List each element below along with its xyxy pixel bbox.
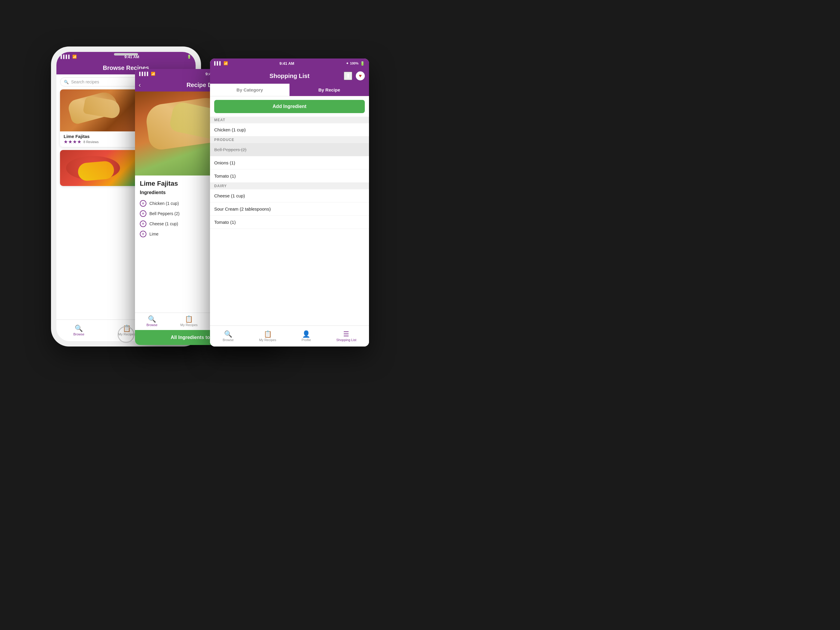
nav-profile-3[interactable]: 👤 Profile bbox=[302, 331, 311, 342]
add-ingredient-icon-2[interactable]: + bbox=[140, 210, 147, 217]
browse-label-3: Browse bbox=[223, 338, 234, 342]
battery-area-3: ✦ 100% 🔋 bbox=[346, 61, 365, 66]
shoppinglist-label-3: Shopping List bbox=[336, 338, 357, 342]
shopping-header: Shopping List ⬆ ♥ bbox=[210, 68, 369, 84]
battery-pct: 100% bbox=[350, 62, 358, 65]
signal-area-3: ▌▌▌ 📶 bbox=[214, 61, 228, 65]
nav-myrecipes-3[interactable]: 📋 My Recipes bbox=[259, 331, 276, 342]
item-bell-peppers[interactable]: Bell Peppers (2) bbox=[210, 143, 369, 156]
signal-icon: ▌▌▌▌ bbox=[61, 55, 71, 59]
browse-icon-2: 🔍 bbox=[148, 316, 156, 322]
item-sour-cream[interactable]: Sour Cream (2 tablespoons) bbox=[210, 202, 369, 216]
myrecipes-icon-2: 📋 bbox=[185, 316, 193, 322]
wifi-icon: 📶 bbox=[72, 55, 77, 59]
myrecipes-label-3: My Recipes bbox=[259, 338, 276, 342]
tab-by-category[interactable]: By Category bbox=[210, 84, 289, 96]
item-tomato-produce[interactable]: Tomato (1) bbox=[210, 169, 369, 183]
myrecipes-label-2: My Recipes bbox=[180, 323, 197, 327]
shopping-title: Shopping List bbox=[269, 73, 309, 79]
fajita-stars: ★★★★ bbox=[63, 139, 82, 145]
bluetooth-icon: ✦ bbox=[346, 62, 349, 65]
ingredient-text-2: Bell Peppers (2) bbox=[149, 211, 179, 216]
signal-area: ▌▌▌▌ 📶 bbox=[61, 55, 77, 59]
shopping-tabs: By Category By Recipe bbox=[210, 84, 369, 96]
back-button[interactable]: ‹ bbox=[139, 81, 141, 89]
nav-browse-3[interactable]: 🔍 Browse bbox=[223, 331, 234, 342]
browse-label-1: Browse bbox=[73, 332, 84, 336]
shopping-header-icons: ⬆ ♥ bbox=[344, 71, 365, 81]
ingredient-text-4: Lime bbox=[149, 232, 158, 237]
bottom-nav-3: 🔍 Browse 📋 My Recipes 👤 Profile ☰ Shoppi… bbox=[210, 325, 369, 346]
item-cheese[interactable]: Cheese (1 cup) bbox=[210, 189, 369, 202]
add-ingredient-icon-1[interactable]: + bbox=[140, 200, 147, 207]
item-chicken[interactable]: Chicken (1 cup) bbox=[210, 123, 369, 136]
item-onions[interactable]: Onions (1) bbox=[210, 156, 369, 169]
signal-icon-3: ▌▌▌ bbox=[214, 61, 222, 65]
signal-icon-2: ▌▌▌▌ bbox=[139, 72, 149, 76]
browse-icon-3: 🔍 bbox=[224, 331, 232, 338]
phone-speaker bbox=[114, 53, 138, 55]
fajita-title: Lime Fajitas bbox=[63, 134, 99, 139]
browse-label-2: Browse bbox=[147, 323, 158, 327]
profile-icon-3: 👤 bbox=[302, 331, 310, 338]
phone-home-button[interactable] bbox=[118, 326, 134, 343]
ingredient-text-1: Chicken (1 cup) bbox=[149, 201, 179, 206]
category-produce: PRODUCE bbox=[210, 136, 369, 143]
tab-by-recipe[interactable]: By Recipe bbox=[289, 84, 369, 96]
add-ingredient-icon-3[interactable]: + bbox=[140, 221, 147, 227]
signal-area-2: ▌▌▌▌ 📶 bbox=[139, 72, 155, 76]
shoppinglist-icon-3: ☰ bbox=[343, 331, 349, 338]
profile-label-3: Profile bbox=[302, 338, 311, 342]
nav-shoppinglist-3[interactable]: ☰ Shopping List bbox=[336, 331, 357, 342]
item-tomato-dairy[interactable]: Tomato (1) bbox=[210, 216, 369, 229]
ingredient-text-3: Cheese (1 cup) bbox=[149, 221, 178, 226]
status-time-3: 9:41 AM bbox=[279, 61, 294, 66]
nav-browse-2[interactable]: 🔍 Browse bbox=[147, 316, 158, 327]
phone-shopping-list: ▌▌▌ 📶 9:41 AM ✦ 100% 🔋 Shopping List ⬆ ♥… bbox=[210, 58, 369, 346]
favorite-button[interactable]: ♥ bbox=[356, 71, 365, 81]
category-meat: MEAT bbox=[210, 117, 369, 123]
nav-browse-1[interactable]: 🔍 Browse bbox=[73, 325, 84, 336]
battery-area: 🔋 bbox=[187, 55, 191, 59]
nav-myrecipes-2[interactable]: 📋 My Recipes bbox=[180, 316, 197, 327]
myrecipes-icon-3: 📋 bbox=[264, 331, 272, 338]
battery-icon: 🔋 bbox=[187, 55, 191, 59]
wifi-icon-2: 📶 bbox=[151, 72, 155, 76]
search-placeholder: Search recipes bbox=[71, 79, 99, 84]
fajita-reviews: 8 Reviews bbox=[84, 140, 99, 144]
search-icon: 🔍 bbox=[64, 80, 69, 84]
battery-icon-3: 🔋 bbox=[360, 61, 365, 66]
browse-icon-1: 🔍 bbox=[75, 325, 83, 332]
share-button[interactable]: ⬆ bbox=[344, 72, 352, 80]
add-ingredient-icon-4[interactable]: + bbox=[140, 231, 147, 237]
category-dairy: DAIRY bbox=[210, 183, 369, 189]
add-ingredient-button[interactable]: Add Ingredient bbox=[214, 100, 365, 113]
status-bar-3: ▌▌▌ 📶 9:41 AM ✦ 100% 🔋 bbox=[210, 58, 369, 68]
wifi-icon-3: 📶 bbox=[224, 61, 228, 65]
